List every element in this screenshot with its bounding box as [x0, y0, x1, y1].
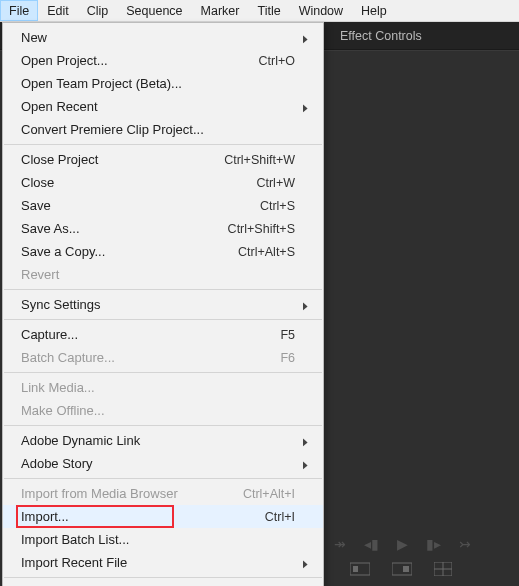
menu-item-export[interactable]: Export▶	[3, 581, 323, 586]
menubar-item-clip[interactable]: Clip	[78, 0, 118, 21]
menu-item-label: Import Recent File	[21, 555, 295, 570]
insert-overlay-icon[interactable]	[350, 562, 370, 576]
menu-item-close-project[interactable]: Close ProjectCtrl+Shift+W	[3, 148, 323, 171]
menu-item-import[interactable]: Import...Ctrl+I	[3, 505, 323, 528]
menu-item-new[interactable]: New▶	[3, 26, 323, 49]
menu-item-save-a-copy[interactable]: Save a Copy...Ctrl+Alt+S	[3, 240, 323, 263]
menu-item-save-as[interactable]: Save As...Ctrl+Shift+S	[3, 217, 323, 240]
chevron-right-icon: ▶	[303, 435, 308, 446]
menu-item-open-team-project-beta[interactable]: Open Team Project (Beta)...	[3, 72, 323, 95]
menu-item-label: Adobe Story	[21, 456, 295, 471]
svg-rect-1	[353, 566, 358, 572]
menubar-item-window[interactable]: Window	[290, 0, 352, 21]
menu-item-label: Save As...	[21, 221, 216, 236]
menubar-item-edit[interactable]: Edit	[38, 0, 78, 21]
chevron-right-icon: ▶	[303, 32, 308, 43]
menu-item-label: Open Project...	[21, 53, 247, 68]
menu-item-batch-capture: Batch Capture...F6	[3, 346, 323, 369]
export-frame-icon[interactable]	[434, 562, 452, 576]
menu-item-label: Open Team Project (Beta)...	[21, 76, 295, 91]
menu-item-shortcut: Ctrl+I	[265, 510, 295, 524]
chevron-right-icon: ▶	[303, 458, 308, 469]
menu-item-open-project[interactable]: Open Project...Ctrl+O	[3, 49, 323, 72]
marker-next-icon[interactable]: ↣	[459, 536, 471, 552]
menubar-item-sequence[interactable]: Sequence	[117, 0, 191, 21]
menu-item-sync-settings[interactable]: Sync Settings▶	[3, 293, 323, 316]
menu-item-label: Make Offline...	[21, 403, 295, 418]
step-fwd-icon[interactable]: ▮▸	[426, 536, 441, 552]
menu-separator	[4, 478, 322, 479]
menu-item-adobe-story[interactable]: Adobe Story▶	[3, 452, 323, 475]
chevron-right-icon: ▶	[303, 299, 308, 310]
svg-rect-3	[403, 566, 409, 572]
menu-item-capture[interactable]: Capture...F5	[3, 323, 323, 346]
menu-item-label: Open Recent	[21, 99, 295, 114]
menu-item-convert-premiere-clip-project[interactable]: Convert Premiere Clip Project...	[3, 118, 323, 141]
menu-separator	[4, 425, 322, 426]
menubar-item-help[interactable]: Help	[352, 0, 396, 21]
menu-item-shortcut: F5	[280, 328, 295, 342]
marker-prev-icon[interactable]: ↠	[334, 536, 346, 552]
chevron-right-icon: ▶	[303, 101, 308, 112]
menu-item-shortcut: Ctrl+Shift+S	[228, 222, 295, 236]
menubar: FileEditClipSequenceMarkerTitleWindowHel…	[0, 0, 519, 22]
menu-item-shortcut: Ctrl+O	[259, 54, 295, 68]
menu-item-label: Sync Settings	[21, 297, 295, 312]
menu-item-revert: Revert	[3, 263, 323, 286]
menu-item-import-recent-file[interactable]: Import Recent File▶	[3, 551, 323, 574]
menu-item-make-offline: Make Offline...	[3, 399, 323, 422]
menu-item-label: Close Project	[21, 152, 212, 167]
menu-separator	[4, 144, 322, 145]
menu-item-label: Import from Media Browser	[21, 486, 231, 501]
menubar-item-marker[interactable]: Marker	[192, 0, 249, 21]
menu-item-shortcut: F6	[280, 351, 295, 365]
menu-item-label: Batch Capture...	[21, 350, 268, 365]
menubar-item-file[interactable]: File	[0, 0, 38, 21]
menu-item-label: Save	[21, 198, 248, 213]
menu-item-label: Adobe Dynamic Link	[21, 433, 295, 448]
menu-item-label: Save a Copy...	[21, 244, 226, 259]
menu-item-label: Link Media...	[21, 380, 295, 395]
chevron-right-icon: ▶	[303, 557, 308, 568]
menu-item-shortcut: Ctrl+Alt+I	[243, 487, 295, 501]
menu-item-adobe-dynamic-link[interactable]: Adobe Dynamic Link▶	[3, 429, 323, 452]
menu-item-shortcut: Ctrl+W	[256, 176, 295, 190]
menu-item-open-recent[interactable]: Open Recent▶	[3, 95, 323, 118]
menu-item-close[interactable]: CloseCtrl+W	[3, 171, 323, 194]
menu-separator	[4, 289, 322, 290]
step-back-icon[interactable]: ◂▮	[364, 536, 379, 552]
file-menu: New▶Open Project...Ctrl+OOpen Team Proje…	[2, 22, 324, 586]
menu-item-label: Import Batch List...	[21, 532, 295, 547]
menu-item-shortcut: Ctrl+S	[260, 199, 295, 213]
menu-item-import-from-media-browser: Import from Media BrowserCtrl+Alt+I	[3, 482, 323, 505]
menu-separator	[4, 319, 322, 320]
menu-separator	[4, 372, 322, 373]
menu-item-label: Close	[21, 175, 244, 190]
menu-separator	[4, 577, 322, 578]
tab-effect-controls[interactable]: Effect Controls	[340, 29, 422, 43]
overwrite-overlay-icon[interactable]	[392, 562, 412, 576]
menu-item-shortcut: Ctrl+Alt+S	[238, 245, 295, 259]
play-icon[interactable]: ▶	[397, 536, 408, 552]
menubar-item-title[interactable]: Title	[248, 0, 289, 21]
menu-item-label: Import...	[21, 509, 253, 524]
menu-item-shortcut: Ctrl+Shift+W	[224, 153, 295, 167]
menu-item-link-media: Link Media...	[3, 376, 323, 399]
menu-item-save[interactable]: SaveCtrl+S	[3, 194, 323, 217]
transport-controls: ↠ ◂▮ ▶ ▮▸ ↣	[330, 532, 519, 556]
menu-item-label: Convert Premiere Clip Project...	[21, 122, 295, 137]
menu-item-label: Revert	[21, 267, 295, 282]
menu-item-label: Capture...	[21, 327, 268, 342]
menu-item-import-batch-list[interactable]: Import Batch List...	[3, 528, 323, 551]
menu-item-label: New	[21, 30, 295, 45]
